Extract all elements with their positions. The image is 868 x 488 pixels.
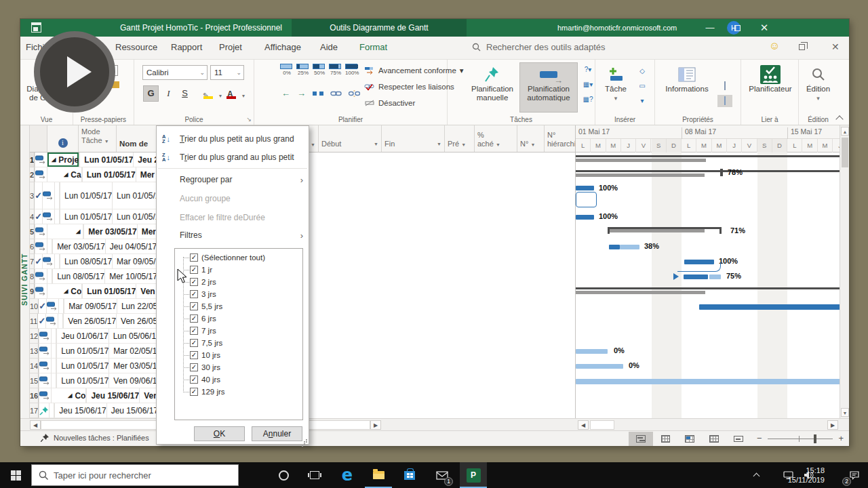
task-start-cell[interactable]: Jeu 15/06/17 bbox=[87, 388, 140, 403]
gantt-scroll-right-icon[interactable]: ▶ bbox=[827, 420, 838, 430]
store-button[interactable] bbox=[396, 462, 423, 488]
italic-button[interactable]: I bbox=[161, 85, 176, 102]
planificateur-button[interactable]: Planificateur bbox=[747, 62, 794, 113]
file-explorer-button[interactable] bbox=[365, 462, 392, 488]
task-name-cell[interactable] bbox=[55, 209, 60, 224]
planification-automatique-button[interactable]: Planificationautomatique bbox=[519, 62, 578, 113]
checkbox-checked-icon[interactable]: ✓ bbox=[190, 339, 198, 347]
row-number[interactable]: 17 bbox=[30, 403, 39, 418]
menu-group-by[interactable]: Regrouper par› bbox=[157, 171, 309, 188]
mail-button[interactable]: 1 bbox=[429, 462, 456, 488]
add-to-timeline-icon[interactable] bbox=[717, 95, 732, 107]
task-finish-cell[interactable]: Mer 10/05/17 bbox=[105, 269, 158, 284]
task-start-cell[interactable]: Lun 01/05/17 bbox=[83, 284, 136, 299]
task-name-cell[interactable]: ◢ bbox=[47, 224, 83, 239]
tab-aide[interactable]: Aide bbox=[320, 42, 338, 52]
checkbox-checked-icon[interactable]: ✓ bbox=[190, 290, 198, 298]
task-name-cell[interactable] bbox=[52, 373, 56, 388]
task-start-cell[interactable]: Jeu 15/06/17 bbox=[55, 403, 106, 418]
tab-format[interactable]: Format bbox=[359, 42, 387, 52]
close-button[interactable]: ✕ bbox=[753, 19, 776, 37]
tab-ressource[interactable]: Ressource bbox=[115, 42, 157, 52]
task-start-cell[interactable]: Lun 01/05/17 bbox=[60, 209, 113, 224]
indent-icon[interactable]: → bbox=[297, 88, 306, 98]
row-number[interactable]: 11 bbox=[30, 314, 38, 329]
row-number[interactable]: 13 bbox=[30, 344, 39, 359]
task-name-cell[interactable] bbox=[47, 269, 52, 284]
vertical-scrollbar[interactable]: ▲ ▼ bbox=[840, 125, 849, 418]
filter-checkbox-item[interactable]: ✓2 jrs bbox=[175, 276, 302, 288]
view-task-usage-button[interactable] bbox=[653, 432, 677, 446]
police-dialog-launcher-icon[interactable]: ↘ bbox=[246, 116, 252, 123]
zoom-slider[interactable]: − + bbox=[757, 433, 844, 444]
action-center-button[interactable]: 2 bbox=[841, 462, 868, 488]
insert-milestone-icon[interactable]: ◇ bbox=[635, 65, 650, 77]
filter-checkbox-item[interactable]: ✓7 jrs bbox=[175, 325, 302, 337]
task-start-cell[interactable]: Lun 01/05/17 bbox=[57, 344, 109, 359]
highlight-color-button[interactable]: ✎ ▾ bbox=[201, 85, 216, 102]
minimize-button[interactable]: — bbox=[698, 19, 722, 37]
font-size-select[interactable]: 11⌄ bbox=[210, 65, 244, 80]
filter-checkbox-item[interactable]: ✓30 jrs bbox=[175, 361, 302, 373]
move-task-button[interactable]: ▦▾ bbox=[580, 79, 595, 91]
new-tasks-status[interactable]: Nouvelles tâches : Planifiées bbox=[54, 434, 149, 442]
col-header-achevement[interactable]: %aché ▼ bbox=[475, 125, 517, 152]
vertical-scrollbar-thumb[interactable] bbox=[842, 138, 848, 167]
task-start-cell[interactable]: Lun 01/05/17 bbox=[57, 373, 109, 388]
split-task-icon[interactable] bbox=[313, 90, 323, 97]
checkbox-checked-icon[interactable]: ✓ bbox=[190, 253, 198, 262]
task-name-cell[interactable]: ◢Co bbox=[52, 388, 86, 403]
font-color-button[interactable]: A ▾ bbox=[224, 85, 239, 102]
filter-checkbox-item[interactable]: ✓1 jr bbox=[175, 264, 302, 276]
collapse-triangle-icon[interactable]: ◢ bbox=[64, 288, 68, 294]
view-resource-sheet-button[interactable] bbox=[702, 432, 726, 446]
unlink-tasks-icon[interactable] bbox=[349, 89, 360, 98]
task-name-cell[interactable] bbox=[55, 182, 60, 209]
task-start-cell[interactable]: Lun 08/05/17 bbox=[53, 269, 105, 284]
tab-affichage[interactable]: Affichage bbox=[264, 42, 301, 52]
filter-checkbox-item[interactable]: ✓6 jrs bbox=[175, 312, 302, 325]
link-tasks-icon[interactable] bbox=[330, 90, 342, 97]
task-finish-cell[interactable]: Jeu 15/06/17 bbox=[107, 403, 159, 418]
checkbox-checked-icon[interactable]: ✓ bbox=[190, 327, 198, 335]
task-start-cell[interactable]: Jeu 01/06/17 bbox=[57, 329, 108, 344]
task-name-cell[interactable]: ◢Co bbox=[47, 284, 82, 299]
resize-grip[interactable] bbox=[302, 437, 307, 443]
gantt-scroll-left-icon[interactable]: ◀ bbox=[578, 420, 589, 430]
tab-projet[interactable]: Projet bbox=[219, 42, 242, 52]
informations-button[interactable]: Informations bbox=[659, 62, 715, 113]
start-button[interactable] bbox=[0, 462, 31, 488]
maximize-button[interactable] bbox=[726, 19, 749, 37]
task-name-cell[interactable] bbox=[55, 254, 60, 269]
video-play-overlay[interactable] bbox=[34, 31, 115, 113]
row-number[interactable]: 4 bbox=[30, 209, 35, 224]
task-start-cell[interactable]: Lun 08/05/17 bbox=[60, 254, 113, 269]
row-number[interactable]: 16 bbox=[30, 388, 39, 403]
tab-rapport[interactable]: Rapport bbox=[171, 42, 202, 52]
checkbox-checked-icon[interactable]: ✓ bbox=[190, 351, 198, 359]
task-finish-cell[interactable]: Lun 05/06/17 bbox=[109, 329, 161, 344]
task-start-cell[interactable]: Ven 26/05/17 bbox=[64, 314, 117, 329]
view-gantt-button[interactable] bbox=[629, 432, 653, 446]
checkbox-checked-icon[interactable]: ✓ bbox=[190, 314, 198, 323]
collapse-triangle-icon[interactable]: ◢ bbox=[64, 171, 68, 178]
filter-checkbox-item[interactable]: ✓3 jrs bbox=[175, 288, 302, 300]
row-number[interactable]: 12 bbox=[30, 329, 39, 344]
underline-button[interactable]: S bbox=[177, 85, 193, 102]
edition-button[interactable]: Édition▾ bbox=[802, 62, 834, 113]
task-finish-cell[interactable]: Mar 02/05/17 bbox=[109, 344, 162, 359]
task-mode-button[interactable]: ▦? bbox=[580, 94, 595, 106]
ok-button[interactable]: OK bbox=[194, 426, 245, 441]
row-number[interactable]: 1 bbox=[30, 152, 35, 167]
task-finish-cell[interactable]: Ven 09/06/17 bbox=[109, 373, 162, 388]
task-finish-cell[interactable]: Jeu 04/05/17 bbox=[106, 239, 157, 254]
cancel-button[interactable]: Annuler bbox=[252, 426, 302, 441]
notes-icon[interactable] bbox=[717, 65, 732, 77]
task-name-cell[interactable] bbox=[47, 239, 52, 254]
view-report-button[interactable] bbox=[726, 432, 751, 446]
select-all-corner[interactable] bbox=[30, 125, 47, 152]
filter-checkbox-item[interactable]: ✓7,5 jrs bbox=[175, 337, 302, 349]
insert-deliverable-icon[interactable]: ▾ bbox=[635, 95, 650, 107]
task-name-cell[interactable]: ◢Proje bbox=[47, 152, 79, 167]
project-app-button[interactable]: P bbox=[460, 462, 487, 488]
